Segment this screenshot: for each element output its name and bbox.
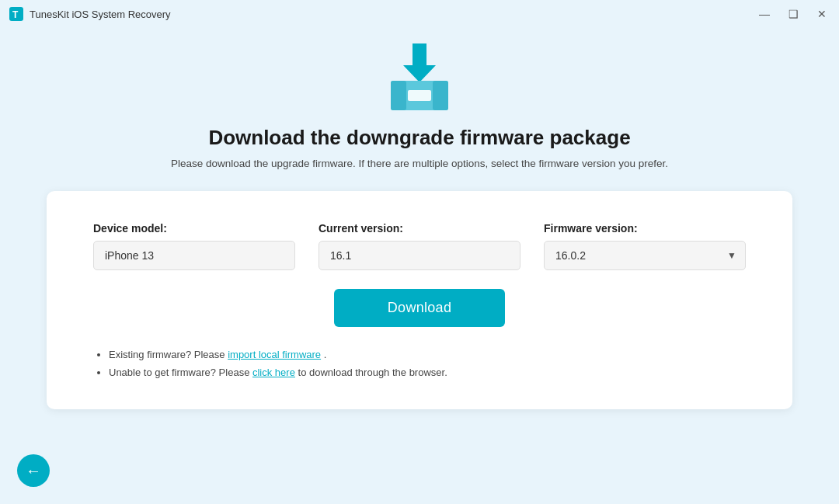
device-model-group: Device model: [93,222,295,270]
note-2-suffix: to download through the browser. [298,367,447,378]
title-bar-left: T TunesKit iOS System Recovery [9,7,171,21]
svg-rect-4 [391,81,406,110]
note-1-suffix: . [324,349,327,360]
svg-marker-2 [403,43,436,82]
fields-row: Device model: Current version: Firmware … [93,222,746,270]
note-1-prefix: Existing firmware? Please [109,349,228,360]
svg-rect-6 [408,90,431,101]
note-2-prefix: Unable to get firmware? Please [109,367,252,378]
svg-rect-5 [433,81,448,110]
page-subtext: Please download the upgrade firmware. If… [171,158,668,169]
app-logo-icon: T [9,7,23,21]
firmware-card: Device model: Current version: Firmware … [47,191,792,409]
maximize-button[interactable]: ❑ [785,7,802,21]
firmware-version-select-wrapper: 16.0.2 16.0.1 16.0 15.7 ▼ [544,241,746,270]
firmware-version-label: Firmware version: [544,222,746,235]
firmware-version-group: Firmware version: 16.0.2 16.0.1 16.0 15.… [544,222,746,270]
click-here-link[interactable]: click here [252,367,295,378]
current-version-input[interactable] [319,241,520,270]
device-model-label: Device model: [93,222,295,235]
download-btn-row: Download [93,289,746,327]
main-content: Download the downgrade firmware package … [0,28,839,425]
app-title: TunesKit iOS System Recovery [30,9,171,20]
svg-text:T: T [12,9,19,20]
firmware-icon-container [385,43,454,113]
firmware-version-select[interactable]: 16.0.2 16.0.1 16.0 15.7 [544,241,746,270]
note-item-1: Existing firmware? Please import local f… [109,349,746,360]
minimize-button[interactable]: — [756,7,773,21]
download-button[interactable]: Download [334,289,505,327]
device-model-input[interactable] [93,241,295,270]
window-controls: — ❑ ✕ [756,7,830,21]
firmware-download-icon [385,43,454,113]
back-arrow-icon: ← [26,462,41,480]
close-button[interactable]: ✕ [814,7,830,21]
page-heading: Download the downgrade firmware package [208,126,630,150]
note-item-2: Unable to get firmware? Please click her… [109,367,746,378]
current-version-label: Current version: [319,222,520,235]
current-version-group: Current version: [319,222,520,270]
import-local-firmware-link[interactable]: import local firmware [228,349,321,360]
notes-list: Existing firmware? Please import local f… [93,349,746,378]
title-bar: T TunesKit iOS System Recovery — ❑ ✕ [0,0,839,28]
back-button[interactable]: ← [17,454,50,487]
